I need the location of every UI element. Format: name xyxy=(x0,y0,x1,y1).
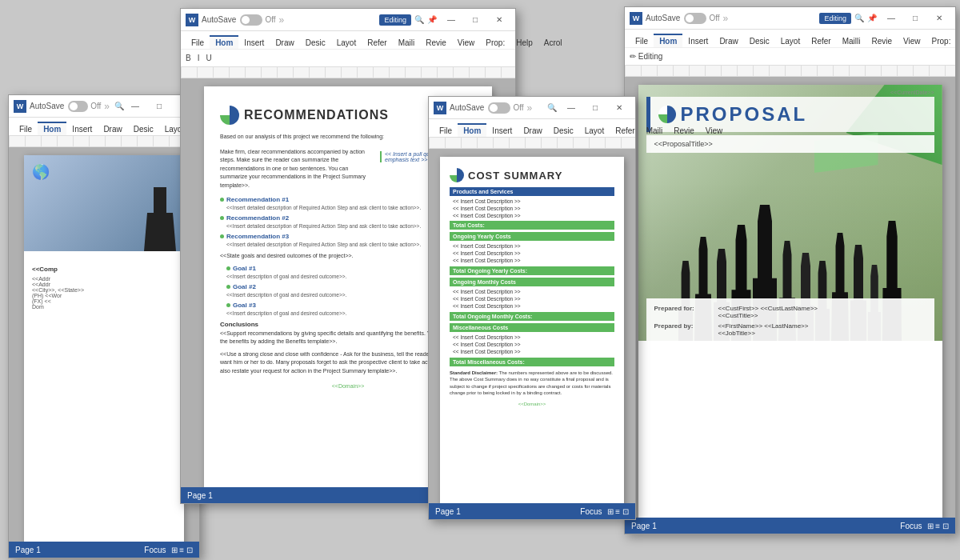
word-icon-2: W xyxy=(186,14,198,26)
tab-design-1[interactable]: Desic xyxy=(128,123,159,135)
search-icon-4[interactable]: 🔍 xyxy=(854,14,864,22)
prop-prep-for-values: <<CustFirst>> <<CustLastName>> <<CustTit… xyxy=(718,305,818,319)
more-options-2: » xyxy=(279,14,285,26)
focus-label-1: Focus xyxy=(144,546,166,554)
ribbon-tabs-4: File Hom Insert Draw Desic Layot Refer M… xyxy=(625,30,955,47)
tab-file-4[interactable]: File xyxy=(630,35,654,47)
tab-draw-1[interactable]: Draw xyxy=(98,123,127,135)
tab-insert-3[interactable]: Insert xyxy=(486,125,518,137)
tab-references-3[interactable]: Refer xyxy=(610,125,640,137)
cs-monthly-row-1: << Insert Cost Description >> xyxy=(450,288,614,295)
tab-insert-1[interactable]: Insert xyxy=(66,123,98,135)
ruler-inner-2 xyxy=(181,67,515,78)
tab-help-4[interactable]: Help xyxy=(956,35,960,47)
maximize-btn-2[interactable]: □ xyxy=(464,11,486,29)
tab-mail-4[interactable]: Mailli xyxy=(837,35,866,47)
editing-badge-2: Editing xyxy=(379,14,411,26)
tab-view-2[interactable]: View xyxy=(452,37,481,49)
close-btn-4[interactable]: ✕ xyxy=(928,10,950,27)
maximize-btn-4[interactable]: □ xyxy=(904,10,926,27)
status-bar-3: Page 1 Focus ⊞ ≡ ⊡ xyxy=(429,503,635,519)
minimize-btn-3[interactable]: — xyxy=(560,99,582,117)
close-btn-3[interactable]: ✕ xyxy=(608,99,630,117)
cs-total-yearly: Total Ongoing Yearly Costs: xyxy=(450,266,614,275)
close-btn-2[interactable]: ✕ xyxy=(488,11,510,29)
autosave-toggle-1[interactable] xyxy=(68,101,88,112)
window-3[interactable]: W AutoSave Off » 🔍 — □ ✕ File Hom Insert… xyxy=(428,96,636,520)
tab-home-1[interactable]: Hom xyxy=(38,122,66,135)
status-bar-4: Page 1 Focus ⊞ ≡ ⊡ xyxy=(625,518,955,534)
tab-insert-4[interactable]: Insert xyxy=(682,35,714,47)
cs-products-header: Products and Services xyxy=(450,187,614,196)
tab-prop-4[interactable]: Prop: xyxy=(926,35,957,47)
minimize-btn-4[interactable]: — xyxy=(880,10,902,27)
tab-design-4[interactable]: Desic xyxy=(744,35,775,47)
ribbon-item-3: U xyxy=(206,54,211,62)
tab-references-2[interactable]: Refer xyxy=(362,37,392,49)
view-icons-4: ⊞ ≡ ⊡ xyxy=(927,522,949,530)
make-firm: Make firm, clear recommendations accompa… xyxy=(220,148,374,190)
tab-layout-4[interactable]: Layot xyxy=(775,35,806,47)
minimize-btn-1[interactable]: — xyxy=(124,98,146,115)
comp-label: <<Comp xyxy=(32,266,176,273)
tab-view-3[interactable]: View xyxy=(700,125,729,137)
tab-view-4[interactable]: View xyxy=(898,35,926,47)
window-controls-4: — □ ✕ xyxy=(880,10,950,27)
cs-total-costs: Total Costs: xyxy=(450,221,614,230)
tab-prop-2[interactable]: Prop: xyxy=(480,37,510,49)
ruler-inner-3 xyxy=(429,138,635,148)
search-icon-2[interactable]: 🔍 xyxy=(414,15,424,24)
tab-acro-2[interactable]: Acrol xyxy=(538,37,568,49)
tab-draw-2[interactable]: Draw xyxy=(270,37,299,49)
tab-help-2[interactable]: Help xyxy=(510,37,538,49)
title-bar-4: W AutoSave Off » Editing 🔍 📌 — □ ✕ xyxy=(625,7,955,30)
tab-home-3[interactable]: Hom xyxy=(458,123,486,137)
cs-yearly-header: Ongoing Yearly Costs xyxy=(450,232,614,241)
tab-mailings-2[interactable]: Maili xyxy=(393,37,421,49)
minimize-btn-2[interactable]: — xyxy=(440,11,462,29)
cs-monthly-row-2: << Insert Cost Description >> xyxy=(450,295,614,302)
tab-file-1[interactable]: File xyxy=(14,123,38,135)
window-1[interactable]: W AutoSave Off » 🔍 — □ ✕ File Hom Insert… xyxy=(8,94,200,558)
tab-draw-3[interactable]: Draw xyxy=(518,125,547,137)
tab-review-4[interactable]: Revie xyxy=(866,35,898,47)
cs-misc-row-1: << Insert Cost Description >> xyxy=(450,334,614,341)
window-4[interactable]: W AutoSave Off » Editing 🔍 📌 — □ ✕ File … xyxy=(624,6,956,534)
tab-file-2[interactable]: File xyxy=(186,37,210,49)
tab-insert-2[interactable]: Insert xyxy=(238,37,270,49)
tab-layout-3[interactable]: Layot xyxy=(579,125,610,137)
tab-review-2[interactable]: Revie xyxy=(420,37,452,49)
search-icon-3[interactable]: 🔍 xyxy=(547,103,557,112)
tab-design-2[interactable]: Desic xyxy=(300,37,331,49)
focus-label-3: Focus xyxy=(580,507,602,516)
cs-title: COST SUMMARY xyxy=(468,170,562,182)
tab-home-2[interactable]: Hom xyxy=(210,35,238,49)
more-options-1: » xyxy=(104,101,110,112)
prop-silhouette-spacer xyxy=(646,153,934,297)
rec-title: RECOMMENDATIONS xyxy=(244,108,389,122)
ribbon-tabs-2: File Hom Insert Draw Desic Layot Refer M… xyxy=(181,31,515,49)
tab-review-3[interactable]: Revie xyxy=(668,125,700,137)
maximize-btn-3[interactable]: □ xyxy=(584,99,606,117)
ruler-4 xyxy=(625,66,955,77)
view-icons-3: ⊞ ≡ ⊡ xyxy=(607,507,629,516)
tab-home-4[interactable]: Hom xyxy=(654,34,682,47)
tab-draw-4[interactable]: Draw xyxy=(714,35,743,47)
focus-label-4: Focus xyxy=(900,522,922,530)
ruler-inner-4 xyxy=(625,66,955,76)
cs-disclaimer: Standard Disclaimer: The numbers represe… xyxy=(450,370,614,397)
map-overlay-1: 🌎 xyxy=(32,163,50,181)
tab-mailings-3[interactable]: Maili xyxy=(641,125,669,137)
tab-file-3[interactable]: File xyxy=(434,125,458,137)
tab-design-3[interactable]: Desic xyxy=(548,125,579,137)
autosave-toggle-3[interactable] xyxy=(488,102,510,114)
address-content-1: <<Comp <<Addr <<Addr <<City>>, <<State>>… xyxy=(24,258,184,318)
tab-refer-4[interactable]: Refer xyxy=(806,35,836,47)
rec3-title: Recommendation #3 xyxy=(226,233,289,240)
maximize-btn-1[interactable]: □ xyxy=(148,98,170,115)
tab-layout-2[interactable]: Layot xyxy=(331,37,362,49)
autosave-toggle-4[interactable] xyxy=(684,13,706,24)
autosave-toggle-2[interactable] xyxy=(240,14,262,26)
search-icon-1[interactable]: 🔍 xyxy=(114,102,124,110)
page-indicator-1: Page 1 xyxy=(15,546,41,554)
